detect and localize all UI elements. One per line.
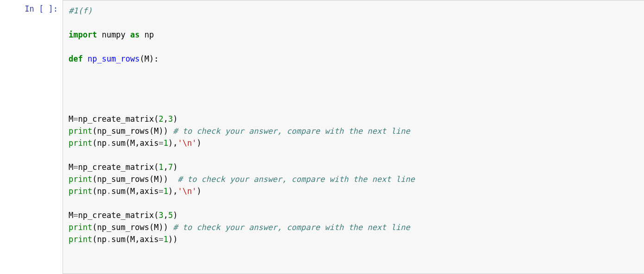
input-prompt: In [ ]:	[0, 0, 63, 274]
notebook-cell: In [ ]: #1(f) import numpy as np def np_…	[0, 0, 644, 274]
input-prompt-label: In [ ]:	[25, 4, 58, 13]
code-content[interactable]: #1(f) import numpy as np def np_sum_rows…	[69, 5, 640, 245]
code-input-area[interactable]: #1(f) import numpy as np def np_sum_rows…	[63, 0, 644, 274]
